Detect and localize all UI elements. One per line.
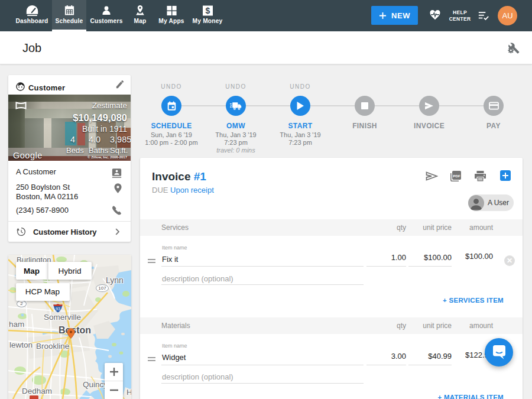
svg-text:93: 93 bbox=[56, 307, 60, 312]
svg-text:$: $ bbox=[205, 6, 210, 15]
svg-text:PDF: PDF bbox=[453, 174, 460, 178]
